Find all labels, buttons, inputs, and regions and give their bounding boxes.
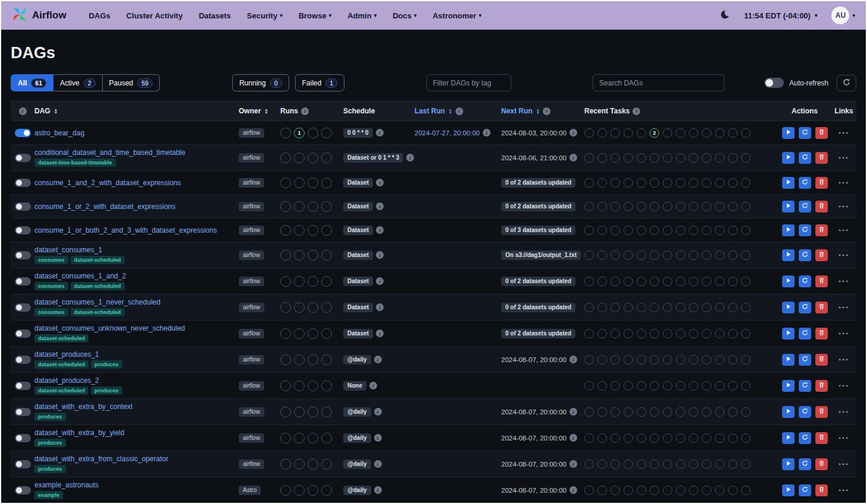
task-state-circle[interactable]: [715, 486, 724, 495]
dag-tag[interactable]: produces: [91, 386, 122, 395]
dag-tag[interactable]: consumes: [34, 256, 68, 264]
task-state-circle[interactable]: [584, 178, 594, 188]
task-state-circle[interactable]: [741, 303, 751, 312]
dag-tag[interactable]: dataset-scheduled: [71, 308, 125, 316]
task-state-circle[interactable]: [584, 251, 594, 260]
col-runs[interactable]: Runs i: [280, 107, 343, 115]
reparse-dag-button[interactable]: [799, 127, 811, 139]
task-state-circle[interactable]: [663, 433, 672, 443]
task-state-circle[interactable]: [741, 202, 751, 211]
delete-dag-button[interactable]: [815, 275, 828, 287]
task-state-circle[interactable]: [676, 153, 685, 163]
task-state-circle[interactable]: [637, 178, 646, 188]
task-state-circle[interactable]: [689, 486, 698, 495]
run-state-circle[interactable]: [294, 250, 305, 261]
task-state-circle[interactable]: [702, 128, 711, 138]
dag-name-link[interactable]: dataset_with_extra_by_yield: [34, 429, 124, 437]
run-state-circle[interactable]: [308, 381, 318, 391]
task-state-circle[interactable]: [689, 153, 698, 163]
task-state-circle[interactable]: [689, 433, 698, 443]
next-run-dataset-badge[interactable]: 0 of 2 datasets updated: [501, 202, 575, 211]
task-state-circle[interactable]: [676, 433, 685, 443]
info-icon[interactable]: i: [569, 154, 577, 161]
schedule-badge[interactable]: @daily: [343, 407, 371, 417]
dag-pause-toggle[interactable]: [15, 408, 31, 416]
task-state-circle[interactable]: [663, 381, 672, 391]
info-icon[interactable]: i: [569, 434, 577, 442]
task-state-circle[interactable]: [597, 486, 607, 495]
run-state-circle[interactable]: [280, 276, 291, 287]
tab-active[interactable]: Active2: [53, 74, 103, 91]
dag-pause-toggle[interactable]: [15, 251, 31, 259]
col-owner[interactable]: Owner ▲▼: [239, 107, 280, 115]
run-state-circle[interactable]: [308, 459, 318, 470]
dag-tag[interactable]: consumes: [34, 308, 68, 316]
task-state-circle[interactable]: [715, 355, 724, 364]
reparse-dag-button[interactable]: [799, 380, 811, 392]
reparse-dag-button[interactable]: [799, 432, 811, 444]
task-state-circle[interactable]: [676, 459, 685, 469]
dag-pause-toggle[interactable]: [15, 460, 31, 468]
delete-dag-button[interactable]: [815, 354, 828, 366]
next-run-dataset-badge[interactable]: 0 of 2 datasets updated: [501, 178, 575, 188]
dag-links-menu[interactable]: ···: [838, 155, 849, 161]
task-state-circle[interactable]: [624, 381, 633, 391]
schedule-badge[interactable]: @daily: [343, 433, 371, 443]
task-state-circle[interactable]: [728, 329, 738, 338]
dag-tag[interactable]: example: [34, 491, 63, 499]
task-state-circle[interactable]: [702, 153, 711, 163]
task-state-circle[interactable]: [663, 329, 672, 338]
nav-item-docs[interactable]: Docs ▾: [393, 11, 416, 20]
theme-toggle-button[interactable]: [720, 9, 730, 21]
dag-tag[interactable]: dataset-scheduled: [71, 282, 125, 290]
schedule-badge[interactable]: Dataset: [343, 226, 373, 235]
task-state-circle[interactable]: [741, 459, 751, 469]
task-state-circle[interactable]: [584, 355, 594, 364]
dag-name-link[interactable]: dataset_consumes_unknown_never_scheduled: [34, 324, 185, 332]
task-state-circle[interactable]: [741, 381, 751, 391]
task-state-circle[interactable]: [741, 153, 751, 163]
dag-name-link[interactable]: dataset_consumes_1_and_2: [34, 272, 126, 280]
owner-badge[interactable]: airflow: [239, 355, 264, 364]
task-state-circle[interactable]: [610, 486, 620, 495]
dag-pause-toggle[interactable]: [15, 277, 31, 286]
delete-dag-button[interactable]: [815, 249, 828, 261]
task-state-circle[interactable]: [676, 178, 685, 188]
dag-links-menu[interactable]: ···: [838, 278, 849, 284]
run-state-circle[interactable]: [308, 485, 318, 496]
delete-dag-button[interactable]: [815, 380, 828, 392]
task-state-circle[interactable]: [728, 128, 738, 138]
reparse-dag-button[interactable]: [799, 275, 811, 287]
run-state-circle[interactable]: [280, 250, 291, 261]
task-state-circle[interactable]: [689, 459, 698, 469]
owner-badge[interactable]: airflow: [239, 128, 264, 138]
task-state-circle[interactable]: [702, 355, 711, 364]
dag-name-link[interactable]: dataset_with_extra_by_context: [34, 402, 132, 411]
run-state-circle[interactable]: [308, 128, 318, 138]
task-state-circle[interactable]: [624, 303, 633, 312]
dag-pause-toggle[interactable]: [15, 434, 31, 442]
run-state-circle[interactable]: [280, 201, 291, 212]
delete-dag-button[interactable]: [815, 127, 828, 139]
task-state-circle[interactable]: [741, 226, 751, 235]
task-state-circle[interactable]: [715, 407, 724, 417]
trigger-dag-button[interactable]: [782, 302, 795, 313]
task-state-circle[interactable]: [637, 153, 646, 163]
task-state-circle[interactable]: [676, 226, 685, 235]
task-state-circle[interactable]: [741, 277, 751, 286]
task-state-circle[interactable]: [676, 251, 685, 260]
next-run-dataset-badge[interactable]: 0 of 2 datasets updated: [501, 329, 575, 338]
schedule-badge[interactable]: Dataset: [343, 303, 373, 312]
task-state-circle[interactable]: [637, 381, 646, 391]
task-state-circle[interactable]: [676, 202, 685, 211]
task-state-circle[interactable]: [637, 251, 646, 260]
trigger-dag-button[interactable]: [782, 152, 795, 164]
dag-tag[interactable]: produces: [34, 413, 66, 421]
nav-item-browse[interactable]: Browse ▾: [299, 11, 332, 20]
task-state-circle[interactable]: [702, 303, 711, 312]
task-state-circle[interactable]: [676, 329, 685, 338]
auto-refresh-toggle[interactable]: [764, 78, 784, 88]
run-state-circle[interactable]: [321, 276, 332, 287]
task-state-circle[interactable]: [715, 381, 724, 391]
task-state-circle[interactable]: [584, 202, 594, 211]
